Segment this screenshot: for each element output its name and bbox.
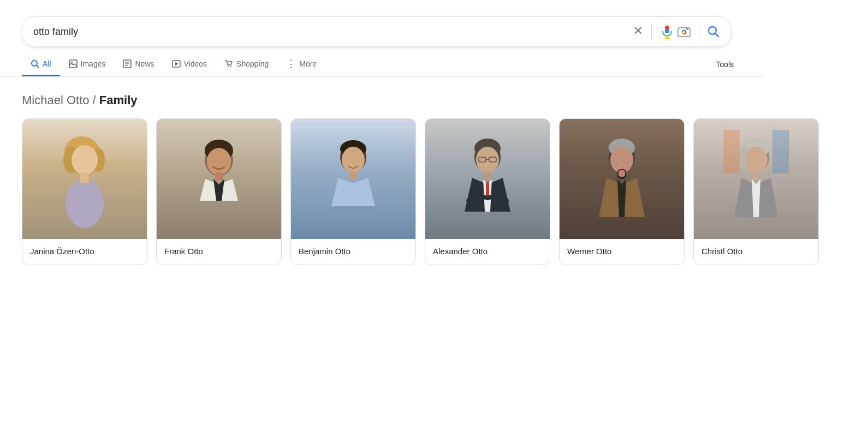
tab-videos[interactable]: Videos [163,53,216,76]
svg-point-48 [610,147,633,173]
section-title: Michael Otto / Family [22,93,846,107]
section-heading: Family [99,93,138,107]
svg-point-32 [207,148,231,175]
tab-news[interactable]: News [114,53,163,76]
person-name-werner: Werner Otto [560,239,684,265]
tab-news-label: News [135,59,154,68]
person-card-janina[interactable]: Janina Özen-Otto [22,118,147,265]
videos-tab-icon [172,59,181,68]
news-tab-icon [123,59,132,68]
svg-rect-57 [772,130,789,173]
svg-marker-20 [175,62,179,65]
person-photo-christl [694,119,818,239]
svg-rect-45 [484,171,491,179]
svg-rect-2 [665,29,669,33]
search-area: otto family [0,0,868,47]
svg-point-21 [228,66,229,67]
nav-tabs: All Images News [0,47,764,77]
svg-rect-1 [665,26,669,29]
person-name-frank: Frank Otto [157,239,281,265]
tab-all[interactable]: All [22,53,60,76]
svg-point-36 [342,147,365,173]
mic-icon[interactable] [659,24,675,39]
svg-point-27 [72,145,98,175]
tools-button[interactable]: Tools [707,53,742,75]
person-name-benjamin: Benjamin Otto [291,239,415,265]
search-input[interactable]: otto family [33,26,633,38]
person-card-werner[interactable]: Werner Otto [559,118,685,265]
camera-icon[interactable] [677,25,691,39]
svg-point-22 [230,66,231,67]
person-card-benjamin[interactable]: Benjamin Otto [290,118,416,265]
tab-images[interactable]: Images [60,53,115,76]
svg-rect-33 [215,172,223,181]
svg-point-14 [71,62,73,63]
all-tab-icon [31,59,39,68]
tab-all-label: All [43,59,51,68]
svg-rect-55 [753,171,759,179]
person-card-alexander[interactable]: Alexander Otto [425,118,550,265]
person-name-christl: Christl Otto [694,239,818,265]
person-card-frank[interactable]: Frank Otto [156,118,282,265]
svg-line-12 [37,65,39,68]
svg-point-28 [66,179,104,228]
main-content: Michael Otto / Family [0,77,868,281]
svg-rect-29 [80,172,89,183]
images-tab-icon [69,59,78,68]
person-card-christl[interactable]: Christl Otto [693,118,819,265]
person-name-alexander: Alexander Otto [425,239,550,265]
people-cards: Janina Özen-Otto [22,118,846,265]
svg-rect-50 [619,170,625,177]
svg-point-7 [683,31,685,33]
search-right-divider [699,24,699,39]
tab-videos-label: Videos [184,59,207,68]
section-prefix: Michael Otto / [22,93,96,107]
person-name-janina: Janina Özen-Otto [22,239,147,265]
tab-more[interactable]: ⋮ More [277,52,325,77]
tab-images-label: Images [81,59,106,68]
person-photo-frank [157,119,281,239]
search-bar: otto family [22,16,732,47]
svg-rect-8 [686,28,688,30]
person-photo-janina [22,119,147,239]
svg-rect-37 [350,171,356,179]
search-divider [651,24,652,39]
person-photo-benjamin [291,119,415,239]
svg-line-10 [716,34,719,37]
clear-icon[interactable] [633,25,644,39]
shopping-tab-icon [224,59,233,68]
svg-rect-56 [723,130,740,173]
svg-point-40 [476,147,499,173]
search-submit-icon[interactable] [707,25,720,38]
more-tab-icon: ⋮ [286,59,296,69]
tab-shopping-label: Shopping [236,59,269,68]
person-photo-alexander [425,119,550,239]
person-photo-werner [560,119,684,239]
tab-more-label: More [299,59,317,68]
tab-shopping[interactable]: Shopping [216,53,277,76]
svg-point-54 [745,147,768,173]
